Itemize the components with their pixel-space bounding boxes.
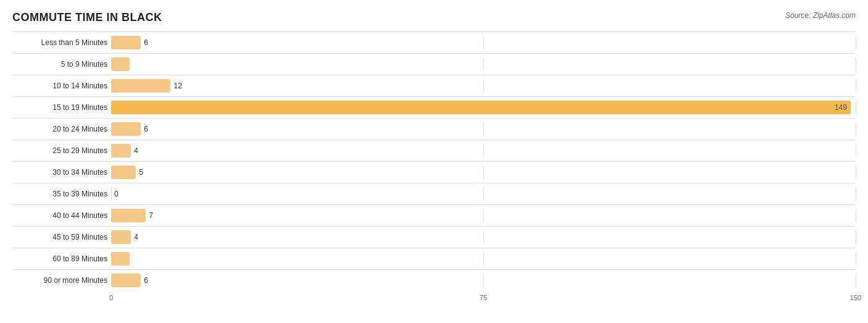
chart-body: Less than 5 Minutes65 to 9 Minutes210 to… (12, 31, 856, 304)
bar-fill (111, 274, 141, 287)
bar-fill (111, 79, 170, 93)
bar-row: 5 to 9 Minutes2 (12, 53, 856, 75)
bar-label: 10 to 14 Minutes (12, 82, 111, 90)
bar-row: Less than 5 Minutes6 (12, 31, 856, 53)
bar-value: 12 (173, 82, 182, 90)
bar-track: 2 (111, 57, 856, 71)
bar-track: 6 (111, 274, 856, 287)
bar-fill (111, 166, 136, 179)
bar-row: 45 to 59 Minutes4 (12, 226, 856, 248)
bar-row: 90 or more Minutes6 (12, 269, 856, 291)
bar-label: 90 or more Minutes (12, 276, 111, 285)
x-axis-label: 0 (109, 294, 113, 301)
bar-row: 40 to 44 Minutes7 (12, 204, 856, 226)
bar-fill (111, 252, 130, 266)
bar-row: 15 to 19 Minutes149 (12, 96, 856, 118)
bar-fill: 149 (111, 101, 851, 114)
bar-fill (111, 144, 131, 157)
bar-row: 10 to 14 Minutes12 (12, 75, 856, 96)
bar-value: 0 (114, 190, 119, 198)
bar-row: 60 to 89 Minutes2 (12, 248, 856, 269)
bar-label: 40 to 44 Minutes (12, 211, 111, 220)
bar-label: 25 to 29 Minutes (12, 146, 111, 155)
bar-value: 6 (144, 276, 148, 285)
bar-track: 0 (111, 187, 856, 201)
bar-fill (111, 122, 141, 136)
chart-header: COMMUTE TIME IN BLACK Source: ZipAtlas.c… (12, 11, 856, 24)
bar-label: 20 to 24 Minutes (12, 125, 111, 133)
bar-row: 35 to 39 Minutes0 (12, 183, 856, 204)
bar-track: 2 (111, 252, 856, 266)
bar-track: 149 (111, 101, 856, 114)
bar-track: 12 (111, 79, 856, 93)
bar-value: 6 (144, 38, 148, 47)
chart-title: COMMUTE TIME IN BLACK (12, 11, 162, 24)
bar-fill (111, 36, 141, 49)
bar-value: 6 (144, 125, 148, 133)
bar-label: 5 to 9 Minutes (12, 60, 111, 69)
chart-container: COMMUTE TIME IN BLACK Source: ZipAtlas.c… (0, 0, 868, 323)
x-axis-label: 75 (480, 294, 487, 301)
bar-label: 45 to 59 Minutes (12, 233, 111, 241)
bar-row: 30 to 34 Minutes5 (12, 161, 856, 183)
x-axis-label: 150 (850, 294, 861, 301)
bar-fill (111, 209, 146, 222)
bar-track: 6 (111, 122, 856, 136)
bar-label: 30 to 34 Minutes (12, 168, 111, 177)
bar-track: 5 (111, 166, 856, 179)
bar-value: 149 (835, 103, 847, 112)
bar-fill (111, 230, 131, 244)
bar-track: 6 (111, 36, 856, 49)
bar-value: 5 (139, 168, 143, 177)
bar-value: 7 (149, 211, 153, 220)
bar-label: 35 to 39 Minutes (12, 190, 111, 198)
bar-fill (111, 57, 130, 71)
bar-track: 7 (111, 209, 856, 222)
bar-track: 4 (111, 144, 856, 157)
bar-track: 4 (111, 230, 856, 244)
bar-label: 15 to 19 Minutes (12, 103, 111, 112)
x-axis: 075150 (111, 294, 856, 304)
bar-value: 4 (134, 233, 138, 241)
bar-label: Less than 5 Minutes (12, 38, 111, 47)
bar-row: 20 to 24 Minutes6 (12, 118, 856, 140)
bar-row: 25 to 29 Minutes4 (12, 140, 856, 161)
bar-label: 60 to 89 Minutes (12, 254, 111, 263)
bar-value: 4 (134, 146, 138, 155)
chart-source: Source: ZipAtlas.com (785, 11, 856, 20)
